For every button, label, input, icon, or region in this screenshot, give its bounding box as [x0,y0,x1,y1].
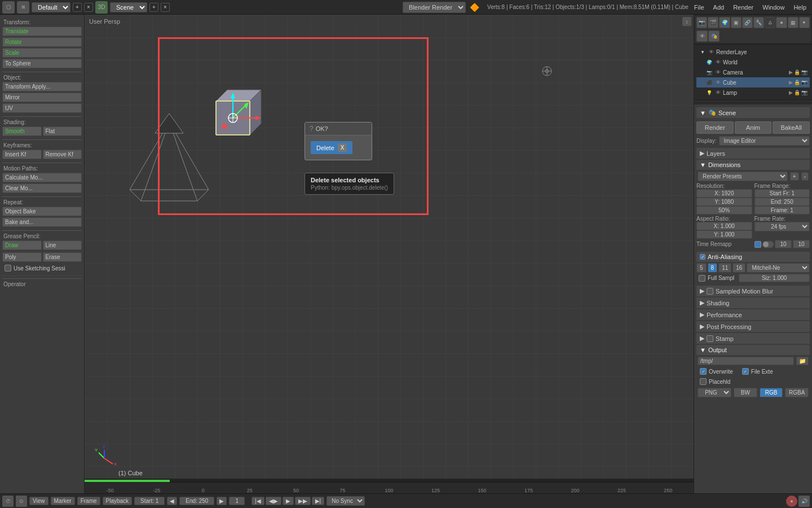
viewport-scroll-btn[interactable]: ↕ [682,17,691,26]
end-frame-field[interactable]: End: 250 [754,198,810,206]
bakeall-btn[interactable]: BakeAll [773,121,810,134]
timeline-sound-icon[interactable]: 🔊 [798,496,810,507]
color-rgba-btn[interactable]: RGBA [785,388,809,397]
lamp-restrict-icon[interactable]: 🔒 [794,90,800,95]
play-forward-btn[interactable]: ▶▶ [295,497,311,505]
placehld-checkbox[interactable] [700,378,707,385]
frame-btn[interactable]: Frame [77,497,100,505]
start-frame-display[interactable]: Start: 1 [134,497,165,505]
blender-icon[interactable]: ⬡ [2,1,15,14]
poly-btn[interactable]: Poly [2,252,42,262]
presets-add-btn[interactable]: + [790,172,799,181]
remove-scene-button[interactable]: × [161,3,170,12]
res-x-field[interactable]: X: 1920 [696,189,752,198]
lamp-render-icon[interactable]: 📷 [801,90,807,95]
camera-render-icon[interactable]: 📷 [801,69,807,75]
output-path-input[interactable]: /tmp/ [698,357,794,365]
delete-close-icon[interactable]: X [338,143,347,152]
erase-btn[interactable]: Erase [43,252,82,262]
tree-item-lamp[interactable]: 💡 👁 Lamp ▶ 🔒 📷 [696,87,810,98]
post-processing-section[interactable]: ▶ Post Processing [696,321,810,332]
screen-layout-icon[interactable]: ⊞ [17,1,29,14]
time-remap-new[interactable]: 10 [793,240,810,248]
tree-item-cube[interactable]: ⬛ 👁 Cube ▶ 🔒 📷 [696,77,810,87]
layers-collapse[interactable]: ▶ Layers [696,148,810,159]
to-sphere-btn[interactable]: To Sphere [2,59,82,68]
jump-end-btn[interactable]: ▶| [312,497,325,505]
timeline-icon[interactable]: ⏱ [2,496,14,507]
insert-kf-btn[interactable]: Insert Kf [2,150,42,159]
viewport[interactable]: User Persp ↕ [85,15,694,493]
sampled-motion-blur-section[interactable]: ▶ Sampled Motion Blur [696,286,810,296]
marker-btn[interactable]: Marker [51,497,75,505]
clear-mp-btn[interactable]: Clear Mo... [2,183,82,193]
line-btn[interactable]: Line [43,240,82,250]
sync-select[interactable]: No Sync [326,496,365,506]
camera-restrict-icon[interactable]: 🔒 [794,69,800,75]
filter-size-field[interactable]: Siz: 1.000 [739,274,810,282]
draw-btn[interactable]: Draw [2,240,42,250]
timeline-red-dot[interactable]: ● [786,496,797,507]
dimensions-header[interactable]: ▼ Dimensions [696,160,810,170]
data-tab-icon[interactable]: Δ [765,17,775,28]
anim-btn[interactable]: Anim [735,121,772,134]
scene-tab-icon[interactable]: 🎬 [708,17,718,28]
renderlayer-eye[interactable]: 👁 [709,49,714,55]
menu-help[interactable]: Help [790,3,810,12]
object-bake-btn[interactable]: Object Bake [2,207,82,216]
jump-start-btn[interactable]: |◀ [251,497,264,505]
aa-header[interactable]: ✓ Anti-Aliasing [696,252,810,262]
use-sketching-checkbox[interactable] [5,265,11,271]
aa-5[interactable]: 5 [696,263,707,273]
world-eye[interactable]: 👁 [716,59,721,65]
tree-item-renderlayer[interactable]: ▼ 👁 RenderLaye [696,47,810,57]
output-header[interactable]: ▼ Output [696,345,810,355]
add-scene-button[interactable]: + [149,3,158,12]
start-frame-field[interactable]: Start Fr: 1 [754,189,810,198]
remove-screen-button[interactable]: × [84,3,93,12]
output-browse-btn[interactable]: 📁 [796,357,809,365]
color-bw-btn[interactable]: BW [734,388,757,397]
playback-btn[interactable]: Playback [103,497,133,505]
frame-rate-select[interactable]: 24 fps [754,222,810,231]
camera-action-1[interactable]: ▶ [789,69,793,75]
rotate-btn[interactable]: Rotate [2,37,82,47]
shading-section[interactable]: ▶ Shading [696,297,810,308]
menu-render[interactable]: Render [730,3,757,12]
performance-section[interactable]: ▶ Performance [696,309,810,320]
tree-item-camera[interactable]: 📷 👁 Camera ▶ 🔒 📷 [696,67,810,77]
stamp-section[interactable]: ▶ Stamp [696,333,810,344]
particles-tab-icon[interactable]: ✦ [799,17,810,28]
menu-file[interactable]: File [691,3,708,12]
engine-selector[interactable]: Blender Render [403,2,466,13]
cube-eye[interactable]: 👁 [716,80,721,85]
timeline-options[interactable]: ⊙ [16,496,27,507]
delete-confirm-button[interactable]: Delete X [311,141,352,154]
object-tab-icon[interactable]: ▣ [731,17,742,28]
overwrite-checkbox[interactable]: ✓ [700,368,707,375]
cube-action-1[interactable]: ▶ [789,80,793,85]
uv-btn[interactable]: UV [2,103,82,113]
transform-apply-btn[interactable]: Transform Apply... [2,82,82,91]
file-ext-checkbox[interactable]: ✓ [742,368,749,375]
menu-window[interactable]: Window [759,3,788,12]
smb-checkbox[interactable] [707,288,713,295]
cube-render-icon[interactable]: 📷 [801,80,807,85]
aspect-y-field[interactable]: Y: 1.000 [696,230,752,239]
aa-filter-select[interactable]: Mitchell-Ne [747,263,810,273]
cube-restrict-icon[interactable]: 🔒 [794,80,800,85]
color-rgb-btn[interactable]: RGB [760,388,783,397]
add-screen-button[interactable]: + [73,3,82,12]
aa-16[interactable]: 16 [732,263,745,273]
aspect-x-field[interactable]: X: 1.000 [696,222,752,230]
current-frame-display[interactable]: 1 [229,497,245,505]
prev-frame-btn[interactable]: ◀ [167,497,177,505]
render-header[interactable]: ▼ 🎭 Scene [696,107,810,118]
texture-tab-icon[interactable]: ▦ [788,17,798,28]
lamp-eye[interactable]: 👁 [716,90,721,95]
aa-11[interactable]: 11 [718,263,731,273]
constraints-tab-icon[interactable]: 🔗 [742,17,753,28]
render-btn[interactable]: Render [696,121,734,134]
bake-and-btn[interactable]: Bake and... [2,217,82,227]
next-frame-btn[interactable]: ▶ [217,497,227,505]
